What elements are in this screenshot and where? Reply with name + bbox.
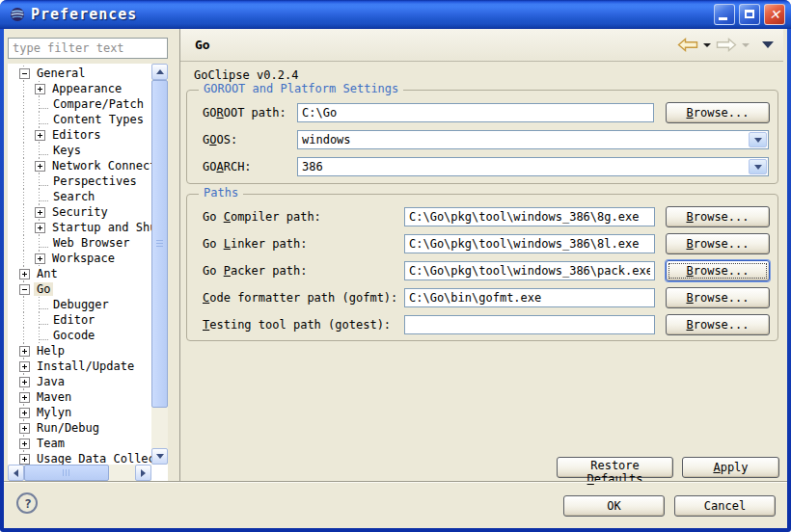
go-linker-path-browse-button[interactable]: Browse...	[666, 233, 770, 254]
tree-item-help[interactable]: Help	[8, 343, 151, 359]
titlebar[interactable]: Preferences ✕	[0, 0, 791, 29]
tree-item-label: Network Connect	[49, 159, 151, 173]
collapse-minus-icon[interactable]	[19, 284, 30, 295]
help-button[interactable]: ?	[16, 492, 38, 514]
tree-item-label: Team	[34, 437, 68, 450]
view-menu-icon[interactable]	[762, 41, 774, 48]
tree-connector	[39, 316, 48, 325]
tree-item-label: Help	[34, 344, 68, 358]
tree-item-keys[interactable]: Keys	[8, 143, 151, 158]
tree-item-label: Editors	[49, 128, 104, 142]
cancel-button[interactable]: Cancel	[674, 495, 776, 517]
horizontal-scroll-thumb[interactable]	[24, 465, 109, 481]
tree-item-install-update[interactable]: Install/Update	[8, 359, 151, 374]
tree-item-web-browser[interactable]: Web Browser	[8, 235, 151, 251]
tree-item-label: Security	[49, 205, 111, 219]
forward-history-dropdown-icon[interactable]	[742, 43, 750, 47]
goos-combo[interactable]: windows	[297, 130, 769, 149]
testing-tool-path-gotest-input[interactable]	[404, 315, 655, 334]
expand-plus-icon[interactable]	[35, 223, 45, 233]
expand-plus-icon[interactable]	[19, 361, 30, 372]
vertical-scroll-thumb[interactable]	[151, 80, 168, 408]
tree-item-editors[interactable]: Editors	[8, 127, 151, 143]
tree-rows: GeneralAppearanceCompare/PatchContent Ty…	[8, 66, 151, 465]
expand-plus-icon[interactable]	[19, 454, 30, 465]
tree-item-compare-patch[interactable]: Compare/Patch	[8, 96, 151, 112]
expand-plus-icon[interactable]	[35, 207, 45, 218]
goos-dropdown-button[interactable]	[749, 132, 767, 147]
close-icon: ✕	[765, 5, 784, 24]
expand-plus-icon[interactable]	[19, 269, 30, 279]
minimize-button[interactable]	[714, 4, 735, 25]
goarch-dropdown-button[interactable]	[749, 159, 767, 174]
tree-item-maven[interactable]: Maven	[8, 389, 151, 405]
goroot-path-label: GOROOT path:	[203, 106, 297, 120]
tree-item-general[interactable]: General	[8, 66, 151, 81]
go-packer-path-input[interactable]	[404, 261, 655, 280]
testing-tool-path-gotest-browse-button[interactable]: Browse...	[666, 314, 770, 335]
tree-item-debugger[interactable]: Debugger	[8, 297, 151, 312]
expand-plus-icon[interactable]	[19, 423, 30, 434]
forward-icon[interactable]	[716, 38, 737, 52]
ok-button[interactable]: OK	[563, 495, 665, 517]
back-icon[interactable]	[677, 38, 698, 52]
maximize-button[interactable]	[739, 4, 760, 25]
tree-item-label: Compare/Patch	[50, 97, 147, 111]
tree-item-run-debug[interactable]: Run/Debug	[8, 420, 151, 436]
go-compiler-path-browse-button[interactable]: Browse...	[666, 206, 770, 227]
go-packer-path-label: Go Packer path:	[203, 264, 404, 278]
tree-item-perspectives[interactable]: Perspectives	[8, 173, 151, 189]
tree-vertical-scrollbar[interactable]	[151, 64, 168, 465]
tree-item-security[interactable]: Security	[8, 204, 151, 220]
go-linker-path-input[interactable]	[404, 234, 655, 253]
chevron-down-icon	[754, 165, 762, 170]
scroll-left-button[interactable]	[8, 465, 24, 481]
maximize-icon	[745, 10, 754, 18]
back-history-dropdown-icon[interactable]	[703, 43, 711, 47]
close-button[interactable]: ✕	[764, 4, 785, 25]
collapse-minus-icon[interactable]	[19, 68, 30, 79]
expand-plus-icon[interactable]	[35, 130, 45, 141]
tree-item-search[interactable]: Search	[8, 189, 151, 204]
tree-item-appearance[interactable]: Appearance	[8, 81, 151, 96]
code-formatter-path-gofmt-browse-button[interactable]: Browse...	[666, 287, 770, 308]
tree-item-ant[interactable]: Ant	[8, 266, 151, 281]
expand-plus-icon[interactable]	[19, 408, 30, 418]
tree-item-network-connect[interactable]: Network Connect	[8, 158, 151, 173]
goarch-combo[interactable]: 386	[297, 157, 769, 176]
tree-item-editor[interactable]: Editor	[8, 312, 151, 328]
scroll-up-button[interactable]	[151, 64, 168, 80]
tree-item-workspace[interactable]: Workspace	[8, 251, 151, 266]
tree-item-gocode[interactable]: Gocode	[8, 328, 151, 343]
expand-plus-icon[interactable]	[19, 377, 30, 387]
expand-plus-icon[interactable]	[19, 346, 30, 357]
go-compiler-path-input[interactable]	[404, 207, 655, 226]
tree-item-usage-data-collect[interactable]: Usage Data Collect	[8, 451, 151, 465]
expand-plus-icon[interactable]	[35, 161, 45, 172]
go-packer-path-browse-button[interactable]: Browse...	[666, 260, 770, 281]
apply-button[interactable]: Apply	[682, 457, 779, 478]
scroll-right-button[interactable]	[135, 465, 151, 481]
tree-horizontal-scrollbar[interactable]	[8, 465, 151, 481]
filter-input[interactable]	[8, 38, 168, 59]
tree-item-label: Search	[50, 190, 97, 203]
tree-item-go[interactable]: Go	[8, 281, 151, 297]
tree-item-mylyn[interactable]: Mylyn	[8, 405, 151, 420]
expand-plus-icon[interactable]	[35, 253, 45, 264]
expand-plus-icon[interactable]	[19, 439, 30, 449]
tree-item-team[interactable]: Team	[8, 436, 151, 451]
goroot-path-input[interactable]	[297, 103, 654, 122]
tree-item-java[interactable]: Java	[8, 374, 151, 389]
scroll-down-button[interactable]	[151, 448, 168, 465]
code-formatter-path-gofmt-input[interactable]	[404, 288, 655, 307]
tree-item-content-types[interactable]: Content Types	[8, 112, 151, 127]
tree-connector	[39, 116, 48, 124]
restore-defaults-button[interactable]: Restore Defaults	[557, 457, 673, 478]
goroot-browse-button[interactable]: Browse...	[666, 102, 770, 123]
code-formatter-path-gofmt-label: Code formatter path (gofmt):	[203, 291, 404, 305]
expand-plus-icon[interactable]	[19, 392, 30, 403]
go-preferences-panel: Go GoClipse v0.2.4 GOROOT and Platform S…	[179, 29, 783, 481]
dialog-body: GeneralAppearanceCompare/PatchContent Ty…	[4, 29, 787, 528]
expand-plus-icon[interactable]	[35, 84, 45, 94]
tree-item-startup-and-shu[interactable]: Startup and Shu	[8, 220, 151, 235]
